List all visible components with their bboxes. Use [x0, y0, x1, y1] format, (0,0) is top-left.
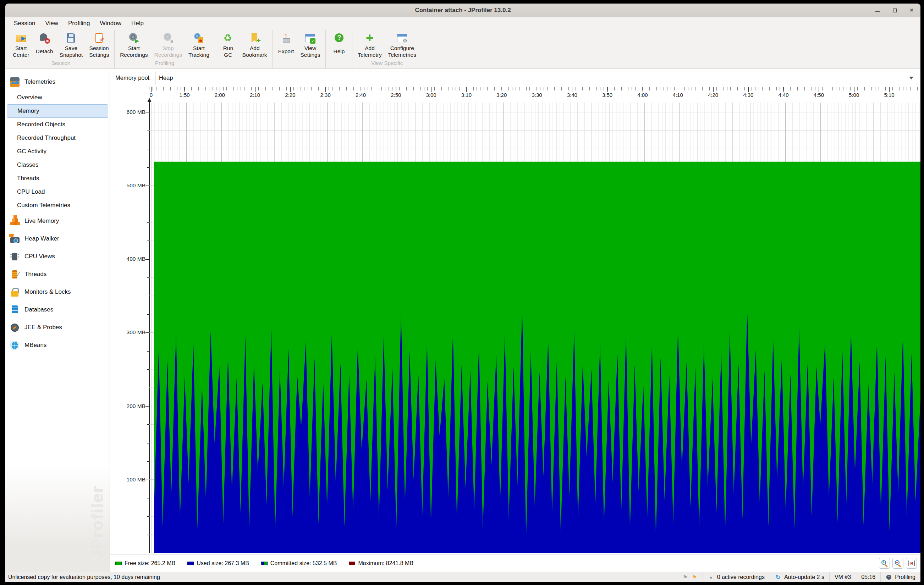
cpu-views-icon [10, 252, 20, 262]
toolbar-group-session: Start CenterDetachSave SnapshotSession S… [7, 30, 114, 68]
status-segment-vm-3: VM #3 [829, 572, 856, 582]
sidebar-item-telemetries[interactable]: Telemetries [5, 73, 110, 91]
sidebar-item-threads[interactable]: Threads [5, 172, 110, 185]
save-snapshot-button[interactable]: Save Snapshot [56, 31, 86, 59]
sidebar-item-mbeans[interactable]: MBeans [5, 336, 110, 354]
status-right-segments: ⚑⚑●0 active recordings↻Auto-update 2 sVM… [676, 572, 921, 582]
status-segment-05-16: 05:16 [856, 572, 880, 582]
sidebar-item-databases[interactable]: Databases [5, 301, 110, 318]
sidebar-item-monitors-locks[interactable]: Monitors & Locks [5, 283, 110, 301]
time-tick [572, 87, 573, 92]
run-gc-button[interactable]: Run GC [217, 31, 239, 59]
start-tracking-button[interactable]: Start Tracking [185, 31, 213, 59]
sidebar-section-label: Monitors & Locks [25, 288, 71, 295]
memory-pool-value: Heap [159, 74, 173, 81]
maximize-button[interactable] [891, 7, 898, 14]
view-settings-button[interactable]: View Settings [297, 31, 323, 59]
start-center-button[interactable]: Start Center [10, 31, 33, 59]
y-axis-tick [147, 241, 149, 241]
legend-item: Committed size: 532.5 MB [261, 560, 337, 567]
menu-help[interactable]: Help [127, 18, 148, 28]
time-tick-label: 5:10 [884, 92, 894, 98]
detach-button[interactable]: Detach [33, 31, 56, 59]
sidebar-item-live-memory[interactable]: Live Memory [5, 212, 110, 230]
legend-label: Free size: 265.2 MB [125, 560, 175, 567]
y-axis-tick [147, 149, 149, 150]
minimize-icon [875, 12, 879, 12]
toolbar-button-label: Session Settings [89, 45, 109, 59]
time-tick-label: 3:20 [497, 92, 507, 98]
status-segment-bookmarks[interactable]: ⚑⚑ [676, 572, 703, 582]
time-tick-label: 2:50 [391, 92, 401, 98]
toolbar: Start CenterDetachSave SnapshotSession S… [5, 30, 921, 69]
zoom-out-button[interactable] [893, 558, 903, 569]
status-segment-profiling[interactable]: Profiling [880, 572, 921, 582]
minimize-button[interactable] [874, 7, 881, 14]
sidebar-item-threads[interactable]: Threads [5, 265, 110, 283]
start-recordings-button[interactable]: Start Recordings [117, 31, 151, 59]
start-recordings-icon [127, 32, 140, 44]
sidebar-item-gc-activity[interactable]: GC Activity [5, 145, 110, 158]
sidebar-item-recorded-objects[interactable]: Recorded Objects [5, 118, 110, 131]
menu-window[interactable]: Window [96, 18, 125, 28]
window-title: Container attach - JProfiler 13.0.2 [415, 7, 511, 14]
menu-view[interactable]: View [41, 18, 63, 28]
time-tick-label: 2:00 [214, 92, 225, 98]
maximize-icon [893, 8, 897, 12]
y-axis-tick [147, 516, 149, 517]
session-settings-button[interactable]: Session Settings [86, 31, 112, 59]
memory-pool-select[interactable]: Heap [155, 72, 917, 84]
sidebar-section-label: Live Memory [25, 218, 59, 224]
time-tick [185, 87, 185, 92]
status-segment-text: 0 active recordings [717, 574, 765, 580]
toolbar-button-label: Stop Recordings [154, 45, 182, 59]
time-tick [219, 87, 220, 92]
y-axis-tick [147, 296, 149, 297]
threads-icon-icon [10, 270, 20, 279]
bookmark-pin-icon: ⚑ [682, 574, 688, 580]
export-button[interactable]: Export [275, 31, 297, 59]
add-bookmark-icon [248, 32, 261, 44]
help-button[interactable]: Help [328, 31, 350, 59]
sidebar-section-label: Heap Walker [25, 235, 59, 242]
time-tick-label: 4:10 [673, 92, 683, 98]
toolbar-group-label: View Specific [355, 59, 419, 68]
add-bookmark-button[interactable]: Add Bookmark [239, 31, 271, 59]
live-memory-icon [10, 216, 20, 226]
close-button[interactable]: × [908, 7, 916, 14]
menu-session[interactable]: Session [10, 18, 40, 28]
zoom-in-button[interactable] [879, 558, 890, 569]
sidebar-item-memory[interactable]: Memory [7, 104, 108, 118]
title-bar[interactable]: Container attach - JProfiler 13.0.2 × [5, 3, 921, 17]
y-axis-tick [145, 112, 149, 113]
status-segment-0-active-recordings[interactable]: ●0 active recordings [703, 572, 770, 582]
fit-to-window-button[interactable] [906, 558, 917, 569]
status-segment-auto-update-2-s[interactable]: ↻Auto-update 2 s [770, 572, 829, 582]
sidebar-item-cpu-load[interactable]: CPU Load [5, 185, 110, 199]
sidebar-item-jee-probes[interactable]: JEE & Probes [5, 318, 110, 336]
legend-swatch [116, 562, 122, 565]
toolbar-button-label: Configure Telemetries [388, 45, 416, 59]
sidebar-item-recorded-throughput[interactable]: Recorded Throughput [5, 131, 110, 145]
menu-profiling[interactable]: Profiling [64, 18, 94, 28]
sidebar-item-overview[interactable]: Overview [5, 91, 110, 104]
sidebar-item-heap-walker[interactable]: Heap Walker [5, 230, 110, 248]
memory-chart[interactable] [149, 102, 921, 553]
y-axis-tick [145, 406, 149, 407]
time-tick-label: 4:20 [708, 92, 718, 98]
configure-telemetries-button[interactable]: Configure Telemetries [385, 31, 419, 59]
detach-icon [38, 32, 51, 44]
sidebar-items: TelemetriesOverviewMemoryRecorded Object… [5, 73, 110, 354]
license-status-text: Unlicensed copy for evaluation purposes,… [5, 574, 676, 580]
configure-telemetries-icon [396, 32, 408, 44]
attach-plug-icon [886, 574, 892, 580]
auto-update-icon: ↻ [775, 574, 781, 580]
sidebar-item-classes[interactable]: Classes [5, 158, 110, 172]
toolbar-group-label: Profiling [117, 59, 213, 68]
sidebar-item-cpu-views[interactable]: CPU Views [5, 248, 110, 265]
toolbar-button-label: Run GC [223, 45, 233, 59]
toolbar-button-label: Export [278, 45, 294, 59]
sidebar-item-custom-telemetries[interactable]: Custom Telemetries [5, 199, 110, 212]
add-telemetry-button[interactable]: Add Telemetry [355, 31, 384, 59]
time-tick [889, 87, 889, 92]
